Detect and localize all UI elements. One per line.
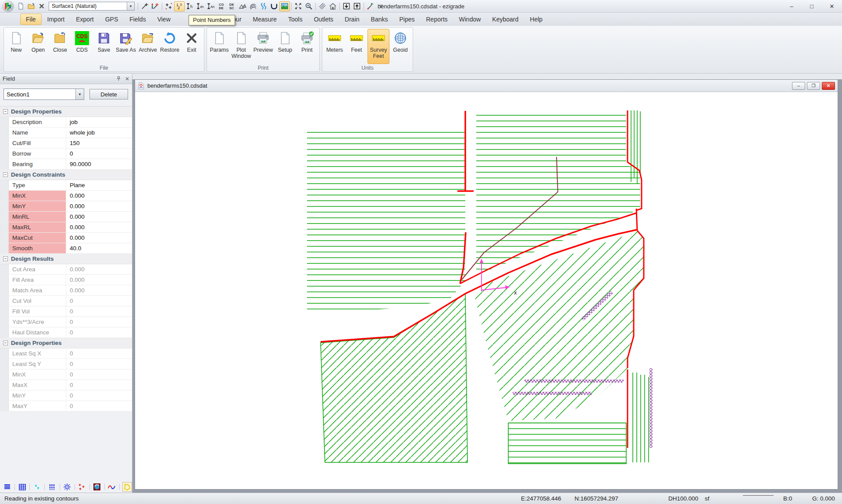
- survey-point-icon[interactable]: [365, 1, 376, 11]
- channel-icon[interactable]: [269, 1, 279, 11]
- property-value[interactable]: 0: [66, 306, 132, 316]
- property-value[interactable]: 0.000: [66, 285, 132, 295]
- contour-lines-icon[interactable]: [3, 482, 12, 492]
- add-points-icon[interactable]: [164, 1, 174, 11]
- meters-button[interactable]: Meters: [324, 29, 346, 64]
- menu-drain[interactable]: Drain: [339, 14, 365, 25]
- close-file-icon[interactable]: [36, 1, 47, 11]
- section-selector[interactable]: Section1 ▼: [4, 89, 84, 100]
- more-commands-icon[interactable]: [376, 1, 386, 11]
- sections-icon[interactable]: [47, 482, 57, 492]
- menu-export[interactable]: Export: [70, 14, 99, 25]
- print-button[interactable]: Print: [296, 29, 318, 64]
- home-icon[interactable]: [328, 1, 338, 11]
- property-value[interactable]: 0.000: [66, 201, 132, 211]
- import-box-icon[interactable]: [341, 1, 352, 11]
- new-file-icon[interactable]: [15, 1, 26, 11]
- menu-fields[interactable]: Fields: [124, 14, 151, 25]
- property-value[interactable]: 0: [66, 401, 132, 411]
- code-icon[interactable]: CODE: [216, 1, 227, 11]
- streams-icon[interactable]: [258, 1, 269, 11]
- doc-close-button[interactable]: ✕: [822, 82, 835, 90]
- draw-polyline-color-icon[interactable]: [150, 1, 161, 11]
- hatch-icon[interactable]: [317, 1, 328, 11]
- property-value[interactable]: whole job: [66, 128, 132, 138]
- delete-button[interactable]: Delete: [89, 89, 128, 99]
- open-file-icon[interactable]: [26, 1, 36, 11]
- setup-button[interactable]: Setup: [274, 29, 296, 64]
- preview-button[interactable]: Preview: [252, 29, 274, 64]
- save-button[interactable]: Save: [93, 29, 115, 64]
- menu-help[interactable]: Help: [524, 14, 548, 25]
- property-value[interactable]: 90.0000: [66, 159, 132, 169]
- height-dh-icon[interactable]: dh: [195, 1, 206, 11]
- zoom-window-icon[interactable]: [303, 1, 314, 11]
- property-value[interactable]: 0: [66, 359, 132, 369]
- add-points-red-icon[interactable]: [78, 482, 87, 492]
- property-value[interactable]: 0.000: [66, 264, 132, 274]
- panel-close-icon[interactable]: ✕: [125, 76, 129, 82]
- property-value[interactable]: 0: [66, 369, 132, 380]
- description-icon[interactable]: DESC: [227, 1, 237, 11]
- contours-icon[interactable]: [248, 1, 258, 11]
- property-value[interactable]: 0: [66, 380, 132, 390]
- surface-selector[interactable]: Surface1 (Natural) ▼: [49, 2, 135, 11]
- doc-minimize-button[interactable]: –: [792, 82, 805, 90]
- restore-button[interactable]: Restore: [159, 29, 181, 64]
- save-as-button[interactable]: Save As: [115, 29, 137, 64]
- menu-banks[interactable]: Banks: [365, 14, 394, 25]
- property-value[interactable]: 0.000: [66, 233, 132, 243]
- height-ah-icon[interactable]: Ah: [206, 1, 216, 11]
- menu-measure[interactable]: Measure: [247, 14, 282, 25]
- collapse-icon[interactable]: −: [3, 109, 8, 114]
- property-value[interactable]: 0.000: [66, 191, 132, 201]
- survey-feet-button[interactable]: Survey Feet: [367, 29, 389, 64]
- points-icon[interactable]: [32, 482, 42, 492]
- section-selector-arrow-icon[interactable]: ▼: [75, 89, 84, 99]
- property-value[interactable]: 0: [66, 296, 132, 306]
- minimize-button[interactable]: –: [781, 0, 802, 12]
- collapse-icon[interactable]: −: [3, 172, 8, 177]
- draw-polyline-icon[interactable]: [139, 1, 150, 11]
- menu-view[interactable]: View: [152, 14, 176, 25]
- geoid-button[interactable]: Geoid: [389, 29, 411, 64]
- plot-window-button[interactable]: Plot Window: [230, 29, 252, 64]
- property-value[interactable]: 0: [66, 149, 132, 159]
- menu-reports[interactable]: Reports: [421, 14, 453, 25]
- property-value[interactable]: 0.000: [66, 222, 132, 232]
- pin-icon[interactable]: [116, 76, 121, 82]
- menu-file[interactable]: File: [20, 14, 42, 25]
- archive-button[interactable]: Archive: [137, 29, 159, 64]
- collapse-icon[interactable]: −: [3, 341, 8, 345]
- ball-icon[interactable]: [93, 482, 102, 492]
- property-value[interactable]: 0: [66, 348, 132, 358]
- surface-selector-arrow-icon[interactable]: ▼: [127, 2, 134, 10]
- property-value[interactable]: job: [66, 117, 132, 127]
- point-numbers-icon[interactable]: 132: [174, 1, 185, 11]
- menu-pipes[interactable]: Pipes: [393, 14, 420, 25]
- property-value[interactable]: 0: [66, 327, 132, 337]
- property-value[interactable]: Plane: [66, 180, 132, 190]
- doc-restore-button[interactable]: ❐: [807, 82, 820, 90]
- drawing-canvas[interactable]: x: [135, 92, 838, 489]
- open-button[interactable]: Open: [27, 29, 49, 64]
- property-value[interactable]: 0.000: [66, 212, 132, 222]
- sun-icon[interactable]: [63, 482, 72, 492]
- menu-window[interactable]: Window: [453, 14, 487, 25]
- exit-button[interactable]: Exit: [181, 29, 203, 64]
- maximize-button[interactable]: □: [802, 0, 822, 12]
- grid-icon[interactable]: [18, 482, 27, 492]
- menu-gps[interactable]: GPS: [100, 14, 124, 25]
- feet-button[interactable]: Feet: [346, 29, 367, 64]
- menu-import[interactable]: Import: [42, 14, 71, 25]
- app-logo-icon[interactable]: [3, 1, 14, 12]
- zoom-extents-icon[interactable]: [293, 1, 303, 11]
- triangles-icon[interactable]: [237, 1, 248, 11]
- property-value[interactable]: 0: [66, 390, 132, 401]
- menu-tools[interactable]: Tools: [282, 14, 308, 25]
- property-value[interactable]: 150: [66, 138, 132, 148]
- new-button[interactable]: New: [5, 29, 27, 64]
- collapse-icon[interactable]: −: [3, 256, 8, 261]
- property-value[interactable]: 0: [66, 317, 132, 327]
- boundary-icon[interactable]: [122, 482, 132, 492]
